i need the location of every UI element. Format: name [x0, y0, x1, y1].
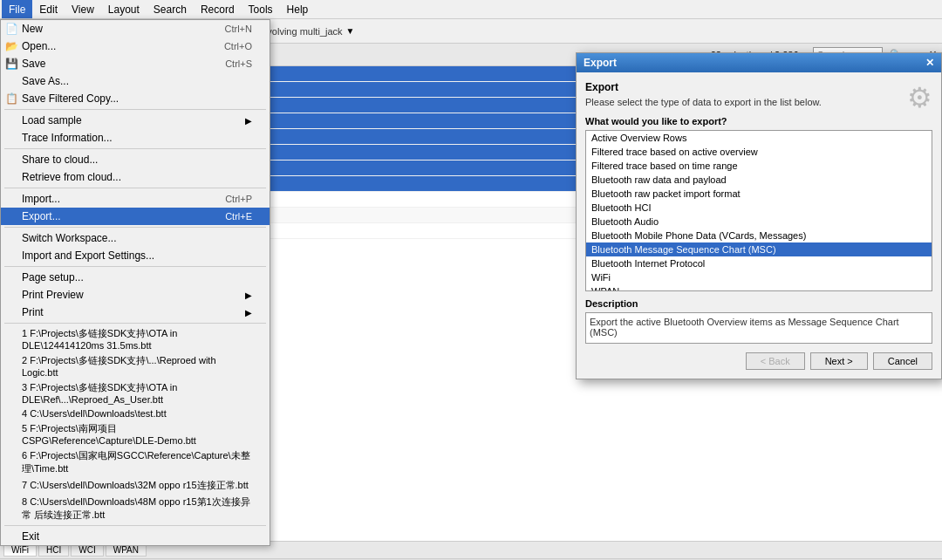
export-item-bt-ip[interactable]: Bluetooth Internet Protocol: [586, 256, 932, 270]
dialog-title: Export: [584, 57, 617, 69]
menu-import-export-settings[interactable]: Import and Export Settings...: [1, 247, 270, 264]
menu-print[interactable]: Print ▶: [1, 304, 270, 321]
menu-file[interactable]: File: [2, 0, 32, 18]
menubar: File Edit View Layout Search Record Tool…: [0, 0, 942, 19]
menu-trace-info[interactable]: Trace Information...: [1, 129, 270, 147]
recent-file-1[interactable]: 1 F:\Projects\多链接SDK支持\OTA in DLE\124414…: [1, 325, 270, 352]
menu-share-cloud[interactable]: Share to cloud...: [1, 151, 270, 168]
export-list[interactable]: Active Overview Rows Filtered trace base…: [585, 130, 932, 291]
recent-file-7[interactable]: 7 C:\Users\dell\Downloads\32M oppo r15连接…: [1, 477, 270, 494]
export-item-filtered-time[interactable]: Filtered trace based on time range: [586, 159, 932, 173]
menu-sep-2: [4, 148, 266, 149]
next-button[interactable]: Next >: [810, 352, 868, 370]
menu-save-filtered[interactable]: 📋 Save Filtered Copy...: [1, 90, 270, 107]
open-file-icon: 📂: [4, 40, 18, 52]
menu-tools[interactable]: Tools: [242, 0, 280, 18]
app-window: File Edit View Layout Search Record Tool…: [0, 0, 942, 560]
back-button[interactable]: < Back: [746, 352, 805, 370]
export-item-filtered-active[interactable]: Filtered trace based on active overview: [586, 145, 932, 159]
gear-icon: ⚙: [907, 81, 932, 114]
export-item-wifi[interactable]: WiFi: [586, 270, 932, 284]
export-item-bt-hci[interactable]: Bluetooth HCI: [586, 201, 932, 215]
dialog-buttons: < Back Next > Cancel: [585, 352, 932, 370]
export-item-active-rows[interactable]: Active Overview Rows: [586, 131, 932, 145]
menu-sep-6: [4, 323, 266, 324]
menu-sep-7: [4, 525, 266, 526]
menu-search[interactable]: Search: [147, 0, 194, 18]
menu-save-as[interactable]: Save As...: [1, 72, 270, 90]
menu-sep-5: [4, 266, 266, 267]
export-question: What would you like to export?: [585, 116, 932, 126]
print-preview-arrow-icon: ▶: [245, 290, 252, 300]
menu-help[interactable]: Help: [280, 0, 316, 18]
export-item-bt-msc[interactable]: Bluetooth Message Sequence Chart (MSC): [586, 242, 932, 256]
menu-edit[interactable]: Edit: [32, 0, 65, 18]
filter-arrow-icon: ▼: [346, 26, 355, 36]
menu-sep-4: [4, 227, 266, 228]
recent-file-5[interactable]: 5 F:\Projects\南网项目CSPG\Reference\Capture…: [1, 420, 270, 447]
menu-print-preview[interactable]: Print Preview ▶: [1, 286, 270, 304]
print-arrow-icon: ▶: [245, 308, 252, 318]
description-label: Description: [585, 298, 932, 309]
menu-open[interactable]: 📂 Open... Ctrl+O: [1, 38, 270, 55]
menu-layout[interactable]: Layout: [101, 0, 147, 18]
new-icon: 📄: [4, 23, 18, 35]
export-item-wpan[interactable]: WPAN: [586, 284, 932, 291]
recent-file-8[interactable]: 8 C:\Users\dell\Downloads\48M oppo r15第1…: [1, 494, 270, 523]
recent-file-6[interactable]: 6 F:\Projects\国家电网SGCC\Reference\Capture…: [1, 447, 270, 477]
export-dialog: Export ✕ Export Please select the type o…: [576, 52, 942, 379]
save-file-icon: 💾: [4, 58, 18, 70]
recent-file-4[interactable]: 4 C:\Users\dell\Downloads\test.btt: [1, 406, 270, 420]
menu-new[interactable]: 📄 New Ctrl+N: [1, 20, 270, 38]
export-item-bt-raw-packet[interactable]: Bluetooth raw packet import format: [586, 187, 932, 201]
menu-exit[interactable]: Exit: [1, 528, 270, 545]
menu-record[interactable]: Record: [194, 0, 242, 18]
file-menu-dropdown: 📄 New Ctrl+N 📂 Open... Ctrl+O 💾 Save Ctr…: [0, 19, 270, 546]
close-dialog-icon[interactable]: ✕: [925, 57, 934, 69]
dialog-section-title: Export: [585, 81, 898, 93]
dialog-body: Export Please select the type of data to…: [577, 72, 941, 379]
load-sample-arrow-icon: ▶: [245, 116, 252, 126]
menu-sep-3: [4, 188, 266, 188]
menu-retrieve-cloud[interactable]: Retrieve from cloud...: [1, 168, 270, 186]
recent-file-2[interactable]: 2 F:\Projects\多链接SDK支持\...\Reproed with …: [1, 352, 270, 379]
description-box: Export the active Bluetooth Overview ite…: [585, 312, 932, 344]
menu-switch-workspace[interactable]: Switch Workspace...: [1, 229, 270, 247]
menu-sep-1: [4, 109, 266, 110]
recent-file-3[interactable]: 3 F:\Projects\多链接SDK支持\OTA in DLE\Ref\..…: [1, 379, 270, 406]
dialog-description: Please select the type of data to export…: [585, 97, 898, 107]
dialog-titlebar: Export ✕: [577, 53, 941, 72]
export-item-bt-mobile[interactable]: Bluetooth Mobile Phone Data (VCards, Mes…: [586, 229, 932, 242]
menu-view[interactable]: View: [65, 0, 101, 18]
menu-save[interactable]: 💾 Save Ctrl+S: [1, 55, 270, 72]
cancel-button[interactable]: Cancel: [873, 352, 932, 370]
export-item-bt-audio[interactable]: Bluetooth Audio: [586, 215, 932, 229]
menu-export[interactable]: Export... Ctrl+E: [1, 208, 270, 225]
menu-page-setup[interactable]: Page setup...: [1, 269, 270, 286]
save-filtered-icon: 📋: [4, 92, 18, 105]
menu-import[interactable]: Import... Ctrl+P: [1, 190, 270, 208]
export-item-bt-raw-data[interactable]: Bluetooth raw data and payload: [586, 173, 932, 187]
description-section: Description Export the active Bluetooth …: [585, 298, 932, 344]
menu-load-sample[interactable]: Load sample ▶: [1, 112, 270, 129]
